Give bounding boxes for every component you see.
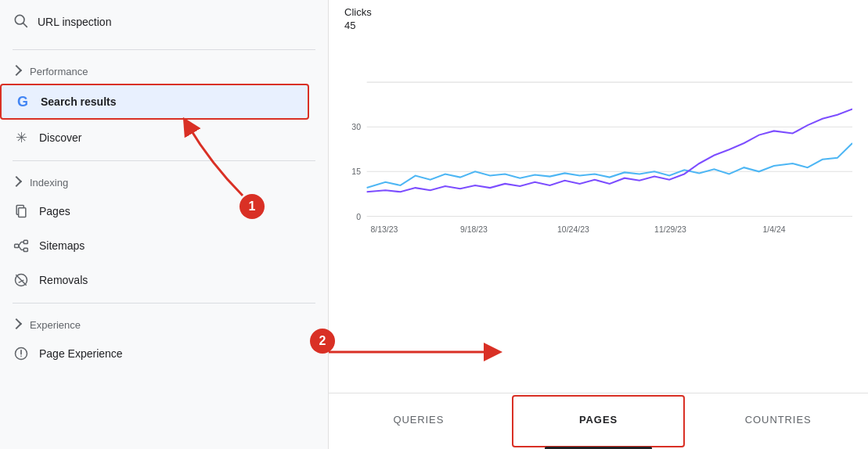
experience-section: Experience xyxy=(0,310,328,336)
tab-pages[interactable]: PAGES xyxy=(509,393,689,449)
annotation-badge-2: 2 xyxy=(310,329,335,354)
url-inspection-label: URL inspection xyxy=(38,16,111,28)
svg-line-7 xyxy=(19,242,21,246)
svg-line-8 xyxy=(19,246,21,250)
search-icon xyxy=(13,13,28,31)
sidebar-item-discover[interactable]: ✳ Discover xyxy=(0,121,322,154)
sidebar-item-search-results[interactable]: G Search results xyxy=(0,84,309,120)
removals-label: Removals xyxy=(39,274,88,286)
chart-y-value: 45 xyxy=(344,20,852,31)
page-experience-label: Page Experience xyxy=(39,347,123,360)
svg-text:15: 15 xyxy=(351,167,361,176)
chevron-down-icon-3 xyxy=(11,318,22,329)
chevron-down-icon xyxy=(11,64,22,75)
tab-queries-label: QUERIES xyxy=(393,414,444,426)
annotation-2: 2 xyxy=(310,329,335,354)
svg-text:1/4/24: 1/4/24 xyxy=(762,224,785,234)
pages-icon xyxy=(13,203,30,220)
indexing-section: Indexing xyxy=(0,167,328,193)
asterisk-icon: ✳ xyxy=(13,129,30,146)
svg-text:0: 0 xyxy=(356,211,361,221)
pages-label: Pages xyxy=(39,205,70,217)
divider-2 xyxy=(13,160,315,161)
svg-line-1 xyxy=(23,23,27,27)
sidebar-item-url-inspection[interactable]: URL inspection xyxy=(0,0,328,43)
chart-area: Clicks 45 0 15 30 8/13/23 9/18/23 xyxy=(329,0,868,393)
sitemaps-label: Sitemaps xyxy=(39,239,85,252)
google-g-icon: G xyxy=(14,93,31,110)
svg-rect-6 xyxy=(23,248,27,251)
svg-point-14 xyxy=(20,356,22,357)
main-content: Clicks 45 0 15 30 8/13/23 9/18/23 xyxy=(329,0,868,449)
sidebar: URL inspection Performance G Search resu… xyxy=(0,0,329,449)
svg-line-12 xyxy=(16,275,26,285)
svg-text:30: 30 xyxy=(351,122,361,131)
tab-queries[interactable]: QUERIES xyxy=(329,393,509,449)
indexing-label: Indexing xyxy=(30,177,68,189)
tabs-area: QUERIES PAGES COUNTRIES xyxy=(329,393,868,449)
discover-label: Discover xyxy=(39,131,81,144)
chart-svg: 0 15 30 8/13/23 9/18/23 10/24/23 11/29/2… xyxy=(344,38,852,249)
chart-svg-container: 0 15 30 8/13/23 9/18/23 10/24/23 11/29/2… xyxy=(344,38,852,249)
divider-1 xyxy=(13,49,315,50)
removals-icon xyxy=(13,271,30,289)
tab-countries-label: COUNTRIES xyxy=(745,414,812,426)
annotation-1: 1 xyxy=(240,194,265,219)
page-experience-icon xyxy=(13,345,30,362)
sidebar-item-sitemaps[interactable]: Sitemaps xyxy=(0,229,322,262)
svg-text:10/24/23: 10/24/23 xyxy=(557,224,589,234)
tab-pages-label: PAGES xyxy=(579,414,618,426)
sidebar-item-page-experience[interactable]: Page Experience xyxy=(0,337,322,370)
tab-countries[interactable]: COUNTRIES xyxy=(688,393,868,449)
svg-rect-5 xyxy=(23,240,27,243)
search-results-label: Search results xyxy=(41,95,117,108)
svg-text:11/29/23: 11/29/23 xyxy=(654,224,686,234)
svg-rect-3 xyxy=(19,208,26,217)
chevron-down-icon-2 xyxy=(11,175,22,186)
annotation-badge-1: 1 xyxy=(240,194,265,219)
performance-section: Performance xyxy=(0,56,328,82)
sidebar-item-pages[interactable]: Pages xyxy=(0,195,322,228)
divider-3 xyxy=(13,303,315,304)
svg-text:9/18/23: 9/18/23 xyxy=(460,224,488,234)
chart-y-label: Clicks xyxy=(344,6,852,18)
sidebar-item-removals[interactable]: Removals xyxy=(0,264,322,296)
svg-rect-4 xyxy=(15,244,19,247)
sitemaps-icon xyxy=(13,237,30,254)
performance-label: Performance xyxy=(30,66,88,77)
svg-text:8/13/23: 8/13/23 xyxy=(370,224,398,234)
experience-label: Experience xyxy=(30,319,81,331)
